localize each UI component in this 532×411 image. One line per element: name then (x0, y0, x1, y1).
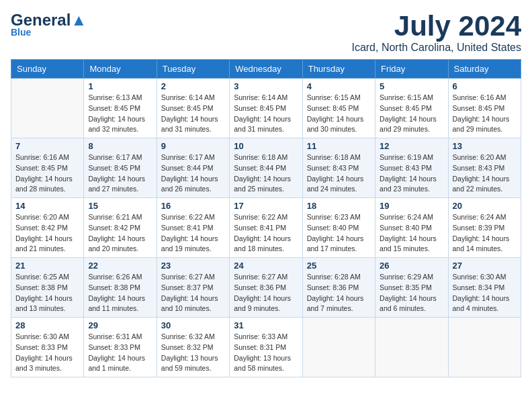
day-info: Sunrise: 6:23 AM Sunset: 8:40 PM Dayligh… (307, 212, 371, 255)
day-number: 16 (161, 201, 225, 211)
logo-bird-icon: ▲ (71, 11, 87, 29)
table-row: 30Sunrise: 6:32 AM Sunset: 8:32 PM Dayli… (157, 318, 229, 377)
table-row (448, 318, 521, 377)
day-info: Sunrise: 6:18 AM Sunset: 8:44 PM Dayligh… (234, 152, 298, 195)
day-number: 23 (161, 261, 225, 271)
day-number: 22 (88, 261, 152, 271)
table-row: 9Sunrise: 6:17 AM Sunset: 8:44 PM Daylig… (157, 138, 229, 198)
day-number: 2 (161, 81, 225, 91)
day-info: Sunrise: 6:13 AM Sunset: 8:45 PM Dayligh… (88, 93, 152, 135)
day-info: Sunrise: 6:20 AM Sunset: 8:43 PM Dayligh… (453, 152, 517, 195)
day-number: 21 (15, 261, 79, 271)
header-thursday: Thursday (302, 60, 375, 79)
day-number: 10 (234, 141, 298, 151)
table-row: 6Sunrise: 6:16 AM Sunset: 8:45 PM Daylig… (448, 79, 521, 138)
day-info: Sunrise: 6:15 AM Sunset: 8:45 PM Dayligh… (380, 93, 443, 135)
day-info: Sunrise: 6:16 AM Sunset: 8:45 PM Dayligh… (15, 152, 79, 195)
day-info: Sunrise: 6:17 AM Sunset: 8:45 PM Dayligh… (88, 152, 152, 195)
day-info: Sunrise: 6:22 AM Sunset: 8:41 PM Dayligh… (234, 212, 298, 255)
table-row: 12Sunrise: 6:19 AM Sunset: 8:43 PM Dayli… (375, 138, 448, 198)
month-title: July 2024 (351, 11, 521, 42)
day-number: 14 (15, 201, 79, 211)
table-row: 28Sunrise: 6:30 AM Sunset: 8:33 PM Dayli… (11, 318, 84, 377)
day-info: Sunrise: 6:32 AM Sunset: 8:32 PM Dayligh… (161, 332, 225, 374)
day-info: Sunrise: 6:30 AM Sunset: 8:34 PM Dayligh… (453, 272, 517, 314)
header-friday: Friday (375, 60, 448, 79)
day-number: 12 (380, 141, 443, 151)
header-sunday: Sunday (11, 60, 84, 79)
day-info: Sunrise: 6:22 AM Sunset: 8:41 PM Dayligh… (161, 212, 225, 255)
day-number: 27 (453, 261, 517, 271)
calendar-week-row: 14Sunrise: 6:20 AM Sunset: 8:42 PM Dayli… (11, 198, 521, 258)
calendar-week-row: 1Sunrise: 6:13 AM Sunset: 8:45 PM Daylig… (11, 79, 521, 138)
table-row: 3Sunrise: 6:14 AM Sunset: 8:45 PM Daylig… (230, 79, 302, 138)
calendar-week-row: 21Sunrise: 6:25 AM Sunset: 8:38 PM Dayli… (11, 258, 521, 318)
calendar-week-row: 7Sunrise: 6:16 AM Sunset: 8:45 PM Daylig… (11, 138, 521, 198)
day-info: Sunrise: 6:24 AM Sunset: 8:40 PM Dayligh… (380, 212, 443, 255)
day-number: 15 (88, 201, 152, 211)
header-saturday: Saturday (448, 60, 521, 79)
day-info: Sunrise: 6:18 AM Sunset: 8:43 PM Dayligh… (307, 152, 371, 195)
table-row: 29Sunrise: 6:31 AM Sunset: 8:33 PM Dayli… (84, 318, 157, 377)
table-row (302, 318, 375, 377)
table-row: 18Sunrise: 6:23 AM Sunset: 8:40 PM Dayli… (302, 198, 375, 258)
location-title: Icard, North Carolina, United States (351, 42, 521, 54)
day-info: Sunrise: 6:25 AM Sunset: 8:38 PM Dayligh… (15, 272, 79, 314)
day-info: Sunrise: 6:16 AM Sunset: 8:45 PM Dayligh… (453, 93, 517, 135)
day-info: Sunrise: 6:27 AM Sunset: 8:37 PM Dayligh… (161, 272, 225, 314)
table-row: 4Sunrise: 6:15 AM Sunset: 8:45 PM Daylig… (302, 79, 375, 138)
day-info: Sunrise: 6:14 AM Sunset: 8:45 PM Dayligh… (234, 93, 298, 135)
day-info: Sunrise: 6:30 AM Sunset: 8:33 PM Dayligh… (15, 332, 79, 374)
header-monday: Monday (84, 60, 157, 79)
day-info: Sunrise: 6:14 AM Sunset: 8:45 PM Dayligh… (161, 93, 225, 135)
day-number: 8 (88, 141, 152, 151)
day-number: 20 (453, 201, 517, 211)
table-row: 2Sunrise: 6:14 AM Sunset: 8:45 PM Daylig… (157, 79, 229, 138)
table-row: 24Sunrise: 6:27 AM Sunset: 8:36 PM Dayli… (230, 258, 302, 318)
calendar-week-row: 28Sunrise: 6:30 AM Sunset: 8:33 PM Dayli… (11, 318, 521, 377)
day-number: 9 (161, 141, 225, 151)
table-row: 31Sunrise: 6:33 AM Sunset: 8:31 PM Dayli… (230, 318, 302, 377)
day-number: 26 (380, 261, 443, 271)
table-row: 11Sunrise: 6:18 AM Sunset: 8:43 PM Dayli… (302, 138, 375, 198)
table-row (11, 79, 84, 138)
day-info: Sunrise: 6:31 AM Sunset: 8:33 PM Dayligh… (88, 332, 152, 374)
table-row: 8Sunrise: 6:17 AM Sunset: 8:45 PM Daylig… (84, 138, 157, 198)
day-info: Sunrise: 6:29 AM Sunset: 8:35 PM Dayligh… (380, 272, 443, 314)
weekday-header-row: Sunday Monday Tuesday Wednesday Thursday… (11, 60, 521, 79)
table-row: 10Sunrise: 6:18 AM Sunset: 8:44 PM Dayli… (230, 138, 302, 198)
page-container: General▲ Blue July 2024 Icard, North Car… (11, 11, 521, 377)
day-info: Sunrise: 6:26 AM Sunset: 8:38 PM Dayligh… (88, 272, 152, 314)
table-row: 26Sunrise: 6:29 AM Sunset: 8:35 PM Dayli… (375, 258, 448, 318)
day-info: Sunrise: 6:19 AM Sunset: 8:43 PM Dayligh… (380, 152, 443, 195)
table-row: 7Sunrise: 6:16 AM Sunset: 8:45 PM Daylig… (11, 138, 84, 198)
title-area: July 2024 Icard, North Carolina, United … (351, 11, 521, 54)
day-number: 5 (380, 81, 443, 91)
logo: General▲ Blue (11, 11, 87, 38)
day-number: 11 (307, 141, 371, 151)
day-number: 30 (161, 320, 225, 330)
header: General▲ Blue July 2024 Icard, North Car… (11, 11, 521, 54)
table-row: 27Sunrise: 6:30 AM Sunset: 8:34 PM Dayli… (448, 258, 521, 318)
header-wednesday: Wednesday (230, 60, 302, 79)
logo-general: General (11, 11, 71, 29)
day-number: 13 (453, 141, 517, 151)
day-number: 25 (307, 261, 371, 271)
table-row: 19Sunrise: 6:24 AM Sunset: 8:40 PM Dayli… (375, 198, 448, 258)
day-info: Sunrise: 6:28 AM Sunset: 8:36 PM Dayligh… (307, 272, 371, 314)
day-number: 17 (234, 201, 298, 211)
table-row: 1Sunrise: 6:13 AM Sunset: 8:45 PM Daylig… (84, 79, 157, 138)
day-info: Sunrise: 6:21 AM Sunset: 8:42 PM Dayligh… (88, 212, 152, 255)
day-number: 24 (234, 261, 298, 271)
table-row (375, 318, 448, 377)
day-info: Sunrise: 6:17 AM Sunset: 8:44 PM Dayligh… (161, 152, 225, 195)
table-row: 15Sunrise: 6:21 AM Sunset: 8:42 PM Dayli… (84, 198, 157, 258)
table-row: 25Sunrise: 6:28 AM Sunset: 8:36 PM Dayli… (302, 258, 375, 318)
day-info: Sunrise: 6:20 AM Sunset: 8:42 PM Dayligh… (15, 212, 79, 255)
table-row: 21Sunrise: 6:25 AM Sunset: 8:38 PM Dayli… (11, 258, 84, 318)
calendar-table: Sunday Monday Tuesday Wednesday Thursday… (11, 59, 521, 377)
day-number: 4 (307, 81, 371, 91)
table-row: 17Sunrise: 6:22 AM Sunset: 8:41 PM Dayli… (230, 198, 302, 258)
day-number: 7 (15, 141, 79, 151)
day-number: 19 (380, 201, 443, 211)
